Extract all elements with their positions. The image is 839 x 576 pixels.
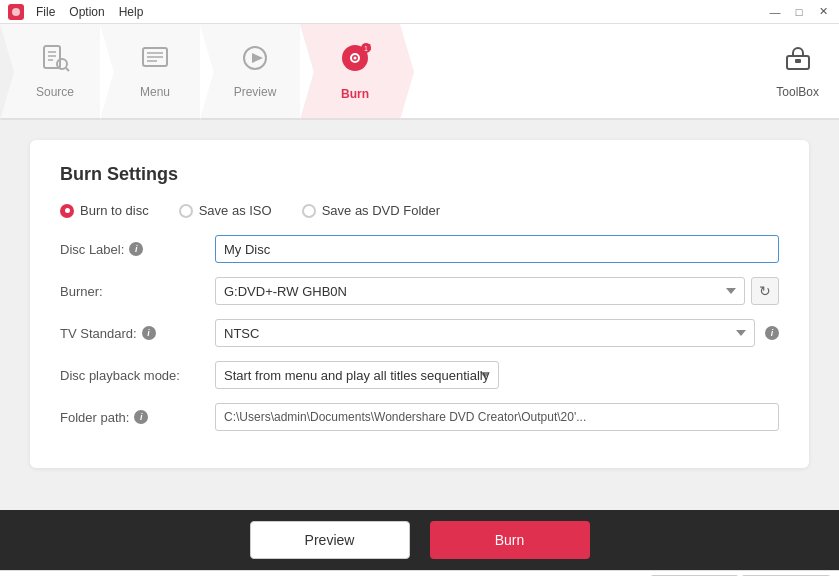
toolbox-icon xyxy=(784,44,812,79)
disc-label-info-icon[interactable]: i xyxy=(129,242,143,256)
tv-standard-control: NTSC PAL i xyxy=(215,319,779,347)
preview-nav-label: Preview xyxy=(234,85,277,99)
status-bar: 122M/4.30G DVD (4.7G) DVD (8.5G) Blu-ray… xyxy=(0,570,839,576)
burn-button[interactable]: Burn xyxy=(430,521,590,559)
burner-control: G:DVD+-RW GHB0N ↻ xyxy=(215,277,779,305)
folder-path-label: Folder path: i xyxy=(60,410,215,425)
burn-settings-card: Burn Settings Burn to disc Save as ISO S… xyxy=(30,140,809,468)
disc-playback-select[interactable]: Start from menu and play all titles sequ… xyxy=(215,361,499,389)
menu-option[interactable]: Option xyxy=(63,3,110,21)
nav-item-burn[interactable]: 1 1 Burn xyxy=(300,24,400,118)
burner-row: Burner: G:DVD+-RW GHB0N ↻ xyxy=(60,276,779,306)
menu-file[interactable]: File xyxy=(30,3,61,21)
svg-point-0 xyxy=(12,8,20,16)
folder-path-display[interactable]: C:\Users\admin\Documents\Wondershare DVD… xyxy=(215,403,779,431)
tv-standard-select[interactable]: NTSC PAL xyxy=(215,319,755,347)
burner-refresh-button[interactable]: ↻ xyxy=(751,277,779,305)
nav-chevrons: Source Menu Preview 1 xyxy=(0,24,756,118)
radio-save-iso[interactable]: Save as ISO xyxy=(179,203,272,218)
disc-playback-control: Start from menu and play all titles sequ… xyxy=(215,361,779,389)
burner-select-wrap: G:DVD+-RW GHB0N ↻ xyxy=(215,277,779,305)
radio-burn-disc-label: Burn to disc xyxy=(80,203,149,218)
title-bar-controls: — □ ✕ xyxy=(767,4,831,20)
radio-save-dvd-label: Save as DVD Folder xyxy=(322,203,441,218)
burner-label-text: Burner: xyxy=(60,284,103,299)
disc-label-input[interactable] xyxy=(215,235,779,263)
preview-icon xyxy=(241,44,269,79)
menu-bar: File Option Help xyxy=(30,3,149,21)
disc-playback-label: Disc playback mode: xyxy=(60,368,215,383)
disc-label-text: Disc Label: xyxy=(60,242,124,257)
svg-line-6 xyxy=(66,68,69,71)
tv-standard-row: TV Standard: i NTSC PAL i xyxy=(60,318,779,348)
main-content: Burn Settings Burn to disc Save as ISO S… xyxy=(0,120,839,510)
title-bar-left: File Option Help xyxy=(8,3,149,21)
radio-save-iso-circle xyxy=(179,204,193,218)
svg-point-5 xyxy=(57,59,67,69)
action-bar: Preview Burn xyxy=(0,510,839,570)
disc-playback-row: Disc playback mode: Start from menu and … xyxy=(60,360,779,390)
nav-item-toolbox[interactable]: ToolBox xyxy=(756,24,839,118)
menu-nav-icon xyxy=(141,44,169,79)
burner-select[interactable]: G:DVD+-RW GHB0N xyxy=(215,277,745,305)
nav-item-menu[interactable]: Menu xyxy=(100,24,200,118)
tv-standard-info-icon-2[interactable]: i xyxy=(765,326,779,340)
preview-button[interactable]: Preview xyxy=(250,521,410,559)
tv-standard-info-icon[interactable]: i xyxy=(142,326,156,340)
disc-label-control xyxy=(215,235,779,263)
burn-nav-label: Burn xyxy=(341,87,369,101)
svg-marker-12 xyxy=(252,53,263,63)
disc-label-label: Disc Label: i xyxy=(60,242,215,257)
source-label: Source xyxy=(36,85,74,99)
folder-path-info-icon[interactable]: i xyxy=(134,410,148,424)
top-nav: Source Menu Preview 1 xyxy=(0,24,839,120)
tv-standard-label: TV Standard: i xyxy=(60,326,215,341)
minimize-button[interactable]: — xyxy=(767,4,783,20)
folder-path-label-text: Folder path: xyxy=(60,410,129,425)
svg-point-15 xyxy=(354,56,357,59)
tv-standard-select-wrap: NTSC PAL i xyxy=(215,319,779,347)
title-bar: File Option Help — □ ✕ xyxy=(0,0,839,24)
tv-standard-label-text: TV Standard: xyxy=(60,326,137,341)
radio-save-dvd[interactable]: Save as DVD Folder xyxy=(302,203,441,218)
burn-mode-radio-group: Burn to disc Save as ISO Save as DVD Fol… xyxy=(60,203,779,218)
radio-burn-disc[interactable]: Burn to disc xyxy=(60,203,149,218)
radio-burn-disc-circle xyxy=(60,204,74,218)
toolbox-label: ToolBox xyxy=(776,85,819,99)
app-icon xyxy=(8,4,24,20)
svg-rect-20 xyxy=(795,59,801,63)
disc-label-row: Disc Label: i xyxy=(60,234,779,264)
disc-playback-label-text: Disc playback mode: xyxy=(60,368,180,383)
menu-nav-label: Menu xyxy=(140,85,170,99)
burner-label: Burner: xyxy=(60,284,215,299)
nav-item-source[interactable]: Source xyxy=(0,24,100,118)
nav-item-preview[interactable]: Preview xyxy=(200,24,300,118)
folder-path-control: C:\Users\admin\Documents\Wondershare DVD… xyxy=(215,403,779,431)
radio-save-iso-label: Save as ISO xyxy=(199,203,272,218)
svg-text:1: 1 xyxy=(364,45,368,52)
maximize-button[interactable]: □ xyxy=(791,4,807,20)
radio-save-dvd-circle xyxy=(302,204,316,218)
folder-path-row: Folder path: i C:\Users\admin\Documents\… xyxy=(60,402,779,432)
source-icon xyxy=(40,44,70,79)
menu-help[interactable]: Help xyxy=(113,3,150,21)
close-button[interactable]: ✕ xyxy=(815,4,831,20)
burn-icon: 1 1 xyxy=(339,42,371,81)
settings-title: Burn Settings xyxy=(60,164,779,185)
